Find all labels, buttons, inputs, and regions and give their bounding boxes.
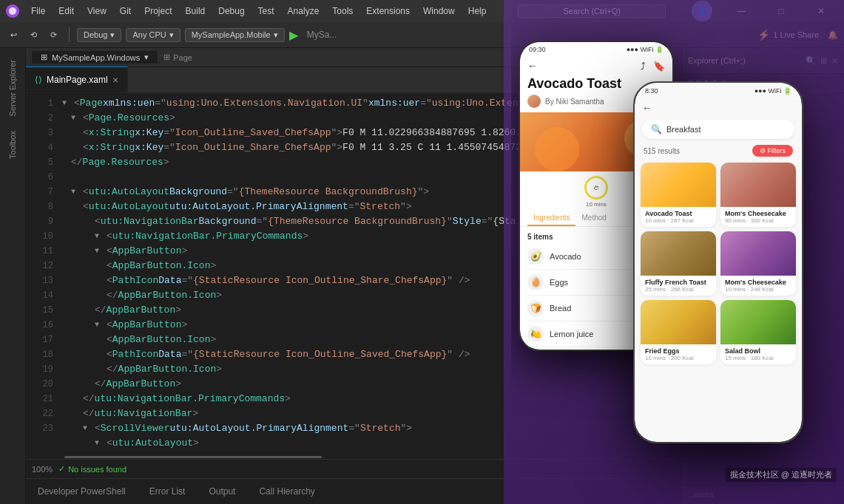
menu-view[interactable]: View <box>81 4 112 18</box>
solution-item: 📁 SampleApp' (7 of 7 projects) <box>688 98 838 113</box>
error-list-tab[interactable]: Error List <box>144 482 192 501</box>
solution-explorer-label: Explorer (Ctrl+;) <box>688 56 746 65</box>
code-line: </AppBarButton> <box>59 377 681 392</box>
output-tab[interactable]: Output <box>203 482 241 501</box>
main-layout: Server Explorer Toolbox ⊞ MySampleApp.Wi… <box>0 48 844 504</box>
right-code-buffer: ...codeBuffer <box>682 134 844 485</box>
file-selector-bar: ⊞ MySampleApp.Windows ▾ ⊞ Page <box>26 48 681 67</box>
xaml-icon: ⟨⟩ <box>35 75 42 85</box>
code-line: ▼ <utu:NavigationBar.PrimaryCommands> <box>59 229 681 244</box>
menu-project[interactable]: Project <box>138 4 178 18</box>
close-button[interactable]: ✕ <box>804 0 838 22</box>
code-line: <PathIcon Data="{StaticResource Icon_Out… <box>59 273 681 288</box>
bottom-panel-tabs: Developer PowerShell Error List Output C… <box>26 478 681 504</box>
active-file-tab[interactable]: ⟨⟩ MainPage.xaml ✕ <box>26 67 128 92</box>
watermark: 掘金技术社区 @ 追逐时光者 <box>726 468 837 482</box>
right-panel-header: Explorer (Ctrl+;) 🔍 ⊞ ✕ <box>682 48 844 74</box>
windows-file-tab[interactable]: ⊞ MySampleApp.Windows ▾ <box>32 51 158 64</box>
minimize-button[interactable]: — <box>724 0 758 22</box>
code-line: <AppBarButton.Icon> <box>59 333 681 347</box>
no-issues-badge: ✓ No issues found <box>58 464 126 474</box>
zoom-level[interactable]: 100% <box>32 465 53 474</box>
code-line: </utu:NavigationBar> <box>59 406 681 421</box>
line-numbers: 12345 678910 1112131415 1617181920 21222… <box>26 93 59 454</box>
folder-icon: 📁 <box>688 101 698 110</box>
menu-window[interactable]: Window <box>417 4 461 18</box>
menu-tools[interactable]: Tools <box>326 4 359 18</box>
check-icon: ✓ <box>58 464 65 474</box>
title-bar: File Edit View Git Project Build Debug T… <box>0 0 844 22</box>
vertical-sidebar: Server Explorer Toolbox <box>0 48 26 504</box>
code-line: ▼ <AppBarButton> <box>59 318 681 333</box>
code-line: </Page.Resources> <box>59 155 681 170</box>
run-label: MySa... <box>303 28 342 41</box>
menu-bar: File Edit View Git Project Build Debug T… <box>25 4 492 18</box>
menu-build[interactable]: Build <box>180 4 212 18</box>
title-search-area: Search (Ctrl+Q) <box>498 4 686 18</box>
global-search[interactable]: Search (Ctrl+Q) <box>518 4 666 18</box>
code-line: <x:String x:Key="Icon_Outline_Share_Chef… <box>59 140 681 155</box>
code-line: ▼ <utu:AutoLayout Background="{ThemeReso… <box>59 185 681 200</box>
maximize-button[interactable]: □ <box>764 0 798 22</box>
code-line: ▼ <Page xmlns:uen="using:Uno.Extensions.… <box>59 96 681 111</box>
live-share-icon: ⚡ <box>757 29 770 41</box>
tab-close-button[interactable]: ✕ <box>112 76 118 84</box>
page-breadcrumb: ⊞ Page <box>163 52 192 62</box>
code-line <box>59 170 681 185</box>
code-line: </AppBarButton.Icon> <box>59 288 681 303</box>
code-line: <utu:AutoLayout utu:AutoLayout.PrimaryAl… <box>59 200 681 214</box>
project-dropdown[interactable]: MySampleApp.Mobile ▾ <box>185 28 285 42</box>
code-line: <PathIcon Data="{StaticResource Icon_Out… <box>59 347 681 362</box>
cpu-dropdown[interactable]: Any CPU ▾ <box>126 28 180 42</box>
code-line: ▼ <ScrollViewer utu:AutoLayout.PrimaryAl… <box>59 421 681 436</box>
user-avatar[interactable]: 👤 <box>692 1 712 21</box>
scroll-thumb[interactable] <box>64 456 322 458</box>
code-line: ▼ <utu:AutoLayout> <box>59 436 681 451</box>
svg-point-0 <box>9 7 16 15</box>
powershell-tab[interactable]: Developer PowerShell <box>32 482 132 501</box>
collapse-icon[interactable]: ⊞ <box>820 56 827 66</box>
code-line: </AppBarButton> <box>59 303 681 318</box>
app-logo <box>6 4 19 18</box>
live-share-button[interactable]: ⚡ 1 Live Share 🔔 <box>757 29 838 41</box>
server-explorer-tab[interactable]: Server Explorer <box>5 54 20 122</box>
tab-bar: ⟨⟩ MainPage.xaml ✕ <box>26 67 681 93</box>
explorer-toolbar: ⊞ ⊟ ↻ ⚙ ⚙ <box>682 74 844 92</box>
right-panel-footer: ...ations <box>682 485 844 504</box>
editor-status: 100% ✓ No issues found <box>26 459 681 478</box>
back-button[interactable]: ↩ <box>6 29 21 41</box>
toolbar: ↩ ⟲ ⟳ Debug ▾ Any CPU ▾ MySampleApp.Mobi… <box>0 22 844 48</box>
menu-debug[interactable]: Debug <box>212 4 250 18</box>
code-line: </utu:NavigationBar.PrimaryCommands> <box>59 392 681 406</box>
code-line: <x:String x:Key="Icon_Outline_Saved_Chef… <box>59 126 681 140</box>
right-panel: Explorer (Ctrl+;) 🔍 ⊞ ✕ ⊞ ⊟ ↻ ⚙ ⚙ 📁 Samp… <box>681 48 844 504</box>
code-content[interactable]: ▼ <Page xmlns:uen="using:Uno.Extensions.… <box>59 93 681 454</box>
menu-edit[interactable]: Edit <box>53 4 80 18</box>
menu-analyze[interactable]: Analyze <box>282 4 325 18</box>
explorer-icons: ⊞ ⊟ ↻ ⚙ ⚙ <box>688 78 727 86</box>
menu-git[interactable]: Git <box>114 4 137 18</box>
menu-test[interactable]: Test <box>252 4 280 18</box>
call-hierarchy-tab[interactable]: Call Hierarchy <box>253 482 320 501</box>
code-line: <utu:NavigationBar Background="{ThemeRes… <box>59 214 681 229</box>
menu-help[interactable]: Help <box>462 4 493 18</box>
redo-button[interactable]: ⟳ <box>46 29 61 41</box>
editor-area: ⊞ MySampleApp.Windows ▾ ⊞ Page ⟨⟩ MainPa… <box>26 48 681 504</box>
close-panel-icon[interactable]: ✕ <box>831 56 838 66</box>
active-project-item[interactable]: 📄 SampleApp.Mobile <box>688 113 838 129</box>
code-line: <AppBarButton.Icon> <box>59 259 681 273</box>
run-button[interactable]: ▶ <box>289 28 298 42</box>
separator <box>69 27 70 42</box>
right-panel-content: 📁 SampleApp' (7 of 7 projects) 📄 SampleA… <box>682 92 844 134</box>
project-icon: 📄 <box>697 116 707 126</box>
menu-file[interactable]: File <box>25 4 51 18</box>
menu-extensions[interactable]: Extensions <box>360 4 416 18</box>
debug-mode-dropdown[interactable]: Debug ▾ <box>77 28 121 42</box>
search-icon[interactable]: 🔍 <box>806 56 816 66</box>
undo-button[interactable]: ⟲ <box>26 29 41 41</box>
code-line: ▼ <AppBarButton> <box>59 244 681 259</box>
windows-icon: ⊞ <box>41 52 47 62</box>
code-editor: 12345 678910 1112131415 1617181920 21222… <box>26 93 681 454</box>
toolbox-tab[interactable]: Toolbox <box>5 125 20 165</box>
code-line: </AppBarButton.Icon> <box>59 362 681 377</box>
